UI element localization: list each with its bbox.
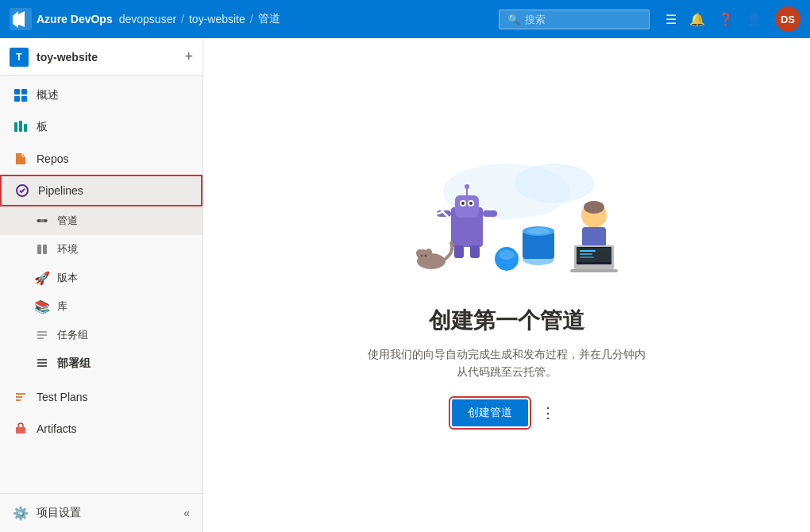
breadcrumb-page: 管道: [258, 12, 280, 26]
sidebar-sub-item-environment[interactable]: 环境: [0, 235, 202, 264]
sidebar-sub-item-taskgroup[interactable]: 任务组: [0, 321, 202, 349]
sidebar-item-overview-label: 概述: [37, 88, 59, 102]
svg-rect-32: [483, 210, 497, 217]
hero-desc: 使用我们的向导自动完成生成和发布过程，并在几分钟内 从代码跳至云托管。: [368, 345, 646, 381]
sidebar-item-pipelines-label: Pipelines: [38, 184, 83, 197]
sidebar-item-pipelines[interactable]: Pipelines: [0, 175, 202, 206]
sidebar-sub-item-deploygroup-label: 部署组: [57, 357, 91, 371]
sidebar-item-board[interactable]: 板: [0, 111, 202, 143]
svg-point-11: [44, 219, 47, 222]
sidebar-sub-item-pipeline[interactable]: 管道: [0, 206, 202, 235]
svg-rect-43: [582, 227, 606, 247]
svg-rect-3: [14, 96, 20, 102]
release-icon: 🚀: [35, 271, 49, 285]
svg-point-55: [421, 254, 423, 256]
sidebar-item-testplans-label: Test Plans: [37, 391, 88, 403]
library-icon: 📚: [35, 299, 49, 314]
svg-rect-34: [470, 245, 480, 258]
collapse-icon[interactable]: «: [183, 507, 190, 519]
notification-icon[interactable]: 🔔: [689, 12, 705, 27]
main-content: 创建第一个管道 使用我们的向导自动完成生成和发布过程，并在几分钟内 从代码跳至云…: [203, 38, 810, 532]
settings-icon: ⚙️: [13, 505, 29, 521]
sidebar-item-testplans[interactable]: Test Plans: [0, 381, 202, 413]
deploygroup-icon: [35, 357, 49, 371]
svg-point-40: [499, 250, 515, 260]
svg-rect-4: [21, 96, 27, 102]
sidebar-item-board-label: 板: [37, 120, 48, 134]
svg-rect-1: [14, 89, 20, 94]
sidebar-item-artifacts-label: Artifacts: [37, 422, 77, 435]
artifacts-icon: [13, 421, 29, 437]
project-name: toy-website: [37, 51, 184, 64]
search-box[interactable]: 🔍: [499, 10, 650, 29]
svg-point-10: [37, 219, 40, 222]
testplans-icon: [13, 389, 29, 405]
svg-point-56: [425, 254, 427, 256]
board-icon: [13, 119, 29, 135]
search-icon: 🔍: [507, 13, 520, 25]
svg-point-38: [527, 228, 550, 234]
svg-point-59: [431, 200, 436, 205]
svg-rect-47: [580, 250, 596, 252]
sidebar-sub-item-release-label: 版本: [57, 271, 78, 285]
sidebar-item-overview[interactable]: 概述: [0, 79, 202, 111]
hero-desc-line2: 从代码跳至云托管。: [457, 365, 557, 378]
menu-icon[interactable]: ☰: [665, 12, 677, 27]
sidebar-item-repos[interactable]: Repos: [0, 143, 202, 175]
svg-point-27: [461, 202, 465, 205]
overview-icon: [13, 87, 29, 103]
sidebar-item-artifacts[interactable]: Artifacts: [0, 413, 202, 445]
breadcrumb: devopsuser / toy-website / 管道: [119, 12, 280, 26]
sidebar-sub-item-deploygroup[interactable]: 部署组: [0, 349, 202, 378]
environment-icon: [35, 242, 49, 256]
svg-rect-49: [580, 256, 594, 258]
svg-point-22: [515, 164, 594, 203]
repos-icon: [13, 151, 29, 167]
breadcrumb-org[interactable]: devopsuser: [119, 13, 176, 25]
svg-rect-24: [455, 195, 479, 218]
project-icon: T: [10, 48, 29, 67]
taskgroup-icon: [35, 328, 49, 342]
breadcrumb-sep1: /: [181, 13, 184, 25]
sidebar-item-settings[interactable]: ⚙️ 项目设置 «: [0, 497, 202, 529]
search-input[interactable]: [525, 13, 636, 25]
sidebar-sub-item-release[interactable]: 🚀 版本: [0, 264, 202, 292]
user-icon[interactable]: 👤: [746, 12, 762, 27]
svg-rect-20: [16, 427, 25, 434]
svg-rect-6: [19, 121, 22, 132]
azure-devops-logo-icon: [10, 8, 32, 30]
svg-rect-5: [14, 122, 17, 132]
svg-rect-50: [570, 269, 618, 272]
sidebar-sub-item-taskgroup-label: 任务组: [57, 328, 88, 342]
avatar[interactable]: DS: [775, 6, 800, 32]
svg-rect-7: [24, 124, 27, 132]
hero-desc-line1: 使用我们的向导自动完成生成和发布过程，并在几分钟内: [368, 348, 646, 360]
main-layout: T toy-website + 概述: [0, 38, 810, 532]
sidebar-sub-item-library[interactable]: 📚 库: [0, 292, 202, 321]
svg-rect-48: [580, 253, 592, 255]
hero-title: 创建第一个管道: [429, 306, 584, 336]
svg-rect-2: [21, 89, 27, 94]
sidebar-sub-item-pipeline-label: 管道: [57, 214, 78, 228]
pipeline-sub-icon: [35, 214, 49, 228]
nav-icons: ☰ 🔔 ❓ 👤 DS: [665, 6, 800, 32]
breadcrumb-project[interactable]: toy-website: [189, 13, 245, 25]
more-options-button[interactable]: ⋮: [534, 401, 561, 425]
pipelines-icon: [14, 183, 30, 199]
logo[interactable]: Azure DevOps: [10, 8, 113, 30]
create-pipeline-button[interactable]: 创建管道: [452, 399, 528, 426]
sidebar-sub-item-environment-label: 环境: [57, 242, 78, 256]
logo-text: Azure DevOps: [37, 13, 113, 25]
help-icon[interactable]: ❓: [718, 12, 734, 27]
svg-point-30: [465, 184, 469, 189]
breadcrumb-sep2: /: [250, 13, 253, 25]
svg-rect-33: [454, 245, 464, 258]
svg-rect-12: [37, 245, 41, 254]
sidebar-nav: 概述 板: [0, 76, 202, 448]
add-icon[interactable]: +: [184, 48, 193, 65]
sidebar-item-settings-label: 项目设置: [37, 506, 81, 520]
sidebar-item-repos-label: Repos: [37, 152, 68, 165]
svg-rect-13: [43, 245, 47, 254]
sidebar-bottom: ⚙️ 项目设置 «: [0, 493, 202, 532]
sidebar-sub-item-library-label: 库: [57, 299, 68, 314]
